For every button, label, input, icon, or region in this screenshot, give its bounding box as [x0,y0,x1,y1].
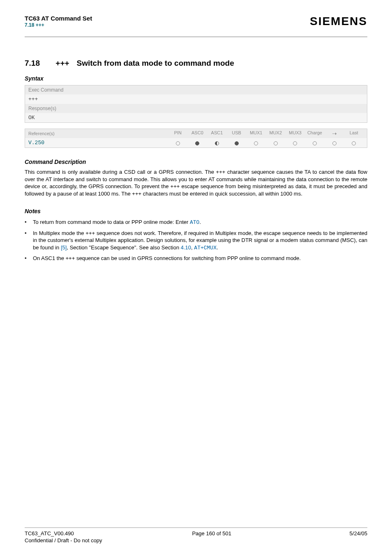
state-mux3 [286,140,305,145]
note-1: To return from command mode to data or P… [25,219,367,226]
footer-row: TC63_ATC_V00.490 Page 160 of 501 5/24/05 [25,530,367,537]
link-ato[interactable]: ATO [190,219,199,226]
link-at-cmux[interactable]: AT+CMUX [194,245,217,251]
footer-right: 5/24/05 [350,530,367,537]
note-2-text-d: . [217,244,218,251]
ref-col-charge: Charge [305,130,325,137]
reference-box: Reference(s) PIN ASC0 ASC1 USB MUX1 MUX2… [25,129,367,148]
exec-command-value: +++ [25,94,367,104]
reference-value: V.250 [28,140,168,146]
reference-label: Reference(s) [28,131,168,136]
reference-states [168,140,364,145]
notes-heading: Notes [25,208,367,214]
footer-confidential: Confidential / Draft - Do not copy [25,537,367,543]
section-heading: 7.18 +++ Switch from data mode to comman… [25,59,367,68]
state-asc0 [188,140,208,145]
ref-col-asc0: ASC0 [188,130,208,137]
state-mux2 [266,140,286,145]
reference-body: V.250 [25,138,367,147]
state-pin [168,140,188,145]
state-charge [305,140,325,145]
notes-list: To return from command mode to data or P… [25,219,367,262]
footer-left: TC63_ATC_V00.490 [25,530,74,537]
ref-col-asc1: ASC1 [207,130,227,137]
command-description-text: This command is only available during a … [25,168,367,197]
ref-col-mux2: MUX2 [266,130,286,137]
section-number: 7.18 [25,59,53,68]
state-asc1 [207,140,227,145]
syntax-box: Exec Command +++ Response(s) OK [25,85,367,123]
page-footer: TC63_ATC_V00.490 Page 160 of 501 5/24/05… [25,527,367,543]
link-ref5[interactable]: [5] [61,244,67,251]
note-2: In Multiplex mode the +++ sequence does … [25,230,367,252]
footer-center: Page 160 of 501 [192,530,231,537]
header-divider [25,36,367,37]
response-label: Response(s) [25,104,367,113]
doc-title: TC63 AT Command Set [25,15,92,22]
section-title: Switch from data mode to command mode [77,59,234,67]
response-ok: OK [25,113,367,122]
exec-command-label: Exec Command [25,85,367,94]
ref-col-mux3: MUX3 [286,130,305,137]
link-section-410[interactable]: 4.10 [181,244,191,251]
header-left: TC63 AT Command Set 7.18 +++ [25,15,92,28]
note-1-text-a: To return from command mode to data or P… [33,219,190,225]
note-1-text-b: . [199,219,201,225]
note-3: On ASC1 the +++ sequence can be used in … [25,255,367,262]
state-usb [227,140,247,145]
state-mux1 [246,140,266,145]
reference-columns: PIN ASC0 ASC1 USB MUX1 MUX2 MUX3 Charge … [168,130,364,137]
ref-col-mux1: MUX1 [246,130,266,137]
syntax-heading: Syntax [25,75,367,82]
reference-header: Reference(s) PIN ASC0 ASC1 USB MUX1 MUX2… [25,129,367,138]
note-2-text-b: , Section "Escape Sequence". See also Se… [67,244,180,251]
ref-col-usb: USB [227,130,247,137]
brand-logo: SIEMENS [310,15,367,28]
state-arrow [325,140,344,145]
ref-col-arrow: ➝ [325,130,344,137]
ref-col-pin: PIN [168,130,188,137]
footer-divider [25,527,367,528]
ref-col-last: Last [344,130,364,137]
page-header: TC63 AT Command Set 7.18 +++ SIEMENS [25,15,367,28]
section-plus: +++ [55,59,74,68]
command-description-heading: Command Description [25,159,367,165]
state-last [344,140,364,145]
doc-section-ref: 7.18 +++ [25,22,92,28]
